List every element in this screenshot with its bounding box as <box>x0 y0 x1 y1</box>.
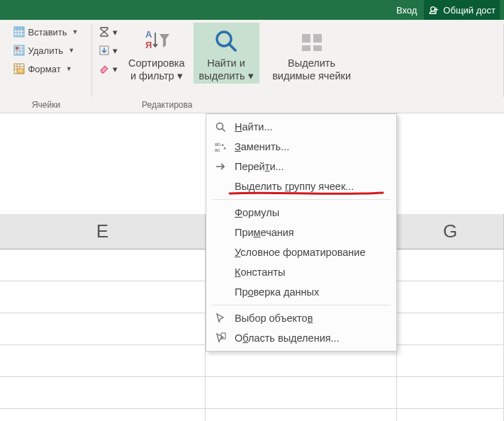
annotation-red-underline <box>228 188 384 193</box>
menu-constants-label: Константы <box>235 266 285 278</box>
autosum-button[interactable]: ▾ <box>96 23 120 41</box>
select-visible-label-2: видимые ячейки <box>272 69 351 82</box>
menu-replace-label: Заменить... <box>235 141 289 152</box>
menu-separator <box>212 305 391 305</box>
col-header-g[interactable]: G <box>397 214 504 249</box>
menu-selection-pane-label: Область выделения... <box>235 332 340 344</box>
menu-find[interactable]: Найти... <box>206 117 396 137</box>
chevron-down-icon: ▾ <box>113 45 118 56</box>
replace-icon: abac <box>213 141 228 152</box>
magnifier-icon <box>213 121 228 133</box>
svg-text:А: А <box>145 29 152 40</box>
svg-point-13 <box>217 123 223 130</box>
selection-pane-icon <box>213 332 228 344</box>
menu-formulas-label: Формулы <box>235 207 279 218</box>
select-visible-button[interactable]: Выделить видимые ячейки <box>262 23 362 84</box>
sort-filter-button[interactable]: А Я Сортировка и фильтр ▾ <box>123 23 191 84</box>
find-select-button[interactable]: Найти и выделить ▾ <box>194 23 259 84</box>
find-select-label-2: выделить <box>199 70 245 82</box>
sigma-icon <box>99 26 110 38</box>
svg-rect-9 <box>302 34 310 43</box>
sort-filter-icon: А Я <box>142 26 171 57</box>
insert-cells-icon <box>13 26 25 38</box>
chevron-down-icon: ▾ <box>248 70 254 82</box>
format-button[interactable]: Формат ▼ <box>11 60 81 78</box>
magnifier-icon <box>212 26 240 57</box>
titlebar: Вход Общий дост <box>0 0 504 20</box>
ribbon: Вставить ▼ Удалить ▼ Формат ▼ <box>0 20 504 113</box>
menu-goto-label: Перейти... <box>235 161 284 172</box>
menu-select-objects-label: Выбор объектов <box>235 313 313 324</box>
arrow-right-icon <box>213 161 228 172</box>
svg-text:ac: ac <box>215 147 220 152</box>
menu-select-objects[interactable]: Выбор объектов <box>206 308 396 328</box>
menu-formulas[interactable]: Формулы <box>206 203 396 223</box>
insert-label: Вставить <box>28 27 67 38</box>
sort-filter-label-2: и фильтр <box>130 70 174 82</box>
chevron-down-icon: ▼ <box>66 65 72 72</box>
insert-button[interactable]: Вставить ▼ <box>11 23 81 41</box>
fill-button[interactable]: ▾ <box>96 41 120 60</box>
menu-conditional-formatting[interactable]: Условное форматирование <box>206 242 396 262</box>
menu-data-validation-label: Проверка данных <box>235 286 319 298</box>
chevron-down-icon: ▼ <box>68 47 74 54</box>
delete-button[interactable]: Удалить ▼ <box>11 41 81 60</box>
share-button[interactable]: Общий дост <box>424 0 500 20</box>
group-cells: Вставить ▼ Удалить ▼ Формат ▼ <box>0 20 92 113</box>
clear-button[interactable]: ▾ <box>96 60 120 78</box>
group-editing-label: Редактирова <box>96 99 192 111</box>
sort-filter-label-1: Сортировка <box>128 57 185 69</box>
share-icon <box>429 5 439 16</box>
select-visible-label-1: Выделить <box>288 57 335 69</box>
fill-down-icon <box>99 45 110 56</box>
svg-text:ab: ab <box>215 142 220 147</box>
find-select-label-1: Найти и <box>207 57 245 69</box>
menu-constants[interactable]: Константы <box>206 262 396 282</box>
share-label: Общий дост <box>443 5 495 16</box>
chevron-down-icon: ▾ <box>113 27 118 38</box>
svg-rect-12 <box>313 45 322 51</box>
chevron-down-icon: ▼ <box>72 28 79 35</box>
menu-goto[interactable]: Перейти... <box>206 157 396 176</box>
menu-selection-pane[interactable]: Область выделения... <box>206 328 396 348</box>
menu-separator <box>212 199 391 200</box>
svg-rect-11 <box>302 45 310 51</box>
delete-label: Удалить <box>28 45 63 56</box>
chevron-down-icon: ▾ <box>177 70 183 82</box>
col-header-e[interactable]: E <box>0 214 206 249</box>
select-visible-icon <box>298 26 326 57</box>
menu-cond-fmt-label: Условное форматирование <box>235 247 365 258</box>
cursor-icon <box>213 313 228 324</box>
svg-text:Я: Я <box>145 40 152 50</box>
menu-data-validation[interactable]: Проверка данных <box>206 282 396 302</box>
chevron-down-icon: ▾ <box>113 64 118 74</box>
find-select-menu: Найти... abac Заменить... Перейти... Выд… <box>206 113 397 352</box>
delete-cells-icon <box>13 45 25 56</box>
svg-point-0 <box>431 6 435 11</box>
format-cells-icon <box>13 63 25 74</box>
eraser-icon <box>99 63 110 74</box>
signin-button[interactable]: Вход <box>389 0 424 20</box>
group-editing: ▾ ▾ ▾ А <box>92 20 504 113</box>
menu-comments-label: Примечания <box>235 227 294 238</box>
menu-find-label: Найти... <box>235 121 272 133</box>
group-cells-label: Ячейки <box>32 99 60 111</box>
format-label: Формат <box>28 64 60 74</box>
svg-rect-10 <box>313 34 322 43</box>
menu-comments[interactable]: Примечания <box>206 223 396 242</box>
menu-replace[interactable]: abac Заменить... <box>206 137 396 157</box>
